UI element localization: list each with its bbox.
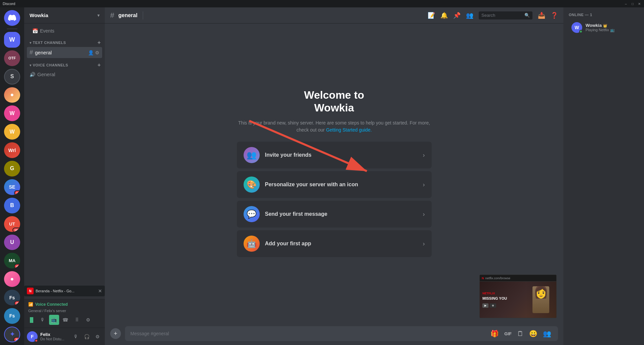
server-icon[interactable]: Wrl xyxy=(4,142,20,158)
getting-started-link[interactable]: Getting Started guide. xyxy=(326,127,372,133)
netflix-mini-header: N netflix.com/browse xyxy=(480,275,556,282)
action-item-app[interactable]: 🤖 Add your first app › xyxy=(237,230,432,257)
welcome-title-line2: Wowkia xyxy=(314,102,354,114)
voice-channels-section: ▾ VOICE CHANNELS + 🔊 General xyxy=(24,61,105,79)
welcome-card: Welcome to Wowkia This is your brand new… xyxy=(230,82,438,264)
server-icon[interactable]: ● xyxy=(4,271,20,287)
settings-icon[interactable]: ⚙ xyxy=(95,50,99,55)
netflix-logo-text: NETFLIX xyxy=(482,292,523,295)
member-info: Wowkia 👑 Playing Netflix 📺 xyxy=(586,23,636,32)
avatar-initial: F xyxy=(31,334,34,339)
discord-home-button[interactable] xyxy=(4,10,20,26)
minimize-button[interactable]: – xyxy=(624,2,628,6)
gift-icon[interactable]: 🎁 xyxy=(490,330,499,338)
channel-item-voice-general[interactable]: 🔊 General xyxy=(27,69,102,79)
screen-share-button[interactable]: 📺 xyxy=(49,315,59,325)
activity-icon[interactable]: 👥 xyxy=(543,330,551,338)
search-input[interactable] xyxy=(481,13,522,18)
netflix-controls: ▶ ⊕ xyxy=(482,303,523,308)
pin-icon[interactable]: 📌 xyxy=(453,12,461,19)
headphone-button[interactable]: 🎧 xyxy=(82,332,91,341)
welcome-title: Welcome to Wowkia xyxy=(237,89,432,114)
play-button[interactable]: ▶ xyxy=(482,303,488,308)
help-icon[interactable]: ❓ xyxy=(551,12,558,19)
voice-channel-name: General xyxy=(37,71,99,77)
server-icon[interactable]: MA 47 xyxy=(4,253,20,268)
netflix-mini-url: netflix.com/browse xyxy=(485,277,511,280)
inbox-icon[interactable]: 📥 xyxy=(538,12,545,19)
server-icon[interactable]: UT 1K+ xyxy=(4,216,20,232)
message-input[interactable] xyxy=(130,331,490,336)
add-attachment-button[interactable]: + xyxy=(110,328,121,339)
mute-button[interactable]: 🎙 xyxy=(38,315,48,325)
server-icon[interactable]: U xyxy=(4,235,20,250)
server-icon[interactable]: S xyxy=(4,69,20,85)
threads-icon[interactable]: 📝 xyxy=(428,12,435,19)
settings-button[interactable]: ⚙ xyxy=(83,315,93,325)
server-sidebar: W OTF S ● W W Wrl G SE 11 xyxy=(0,7,24,345)
user-bar: F Felix Do Not Distu... 🎙 🎧 ⚙ xyxy=(24,328,105,345)
server-icon[interactable]: B xyxy=(4,198,20,213)
server-icon[interactable]: OTF xyxy=(4,50,20,66)
voice-channels-category[interactable]: ▾ VOICE CHANNELS + xyxy=(27,61,102,69)
action-item-personalize[interactable]: 🎨 Personalize your server with an icon › xyxy=(237,171,432,198)
invite-icon: 👥 xyxy=(244,147,260,163)
text-channels-category[interactable]: ▾ TEXT CHANNELS + xyxy=(27,38,102,47)
server-icon[interactable]: G xyxy=(4,161,20,177)
app-icon: 🤖 xyxy=(244,236,260,252)
search-bar[interactable]: 🔍 xyxy=(479,11,532,19)
events-item[interactable]: 📅 Events xyxy=(27,26,102,36)
sticker-icon[interactable]: 🗒 xyxy=(517,330,524,338)
user-settings-icon[interactable]: 👤 xyxy=(88,50,94,55)
user-settings-button[interactable]: ⚙ xyxy=(93,332,102,341)
channel-item-general[interactable]: # general 👤 ⚙ xyxy=(27,47,102,58)
maximize-button[interactable]: □ xyxy=(631,2,635,6)
show-person-thumbnail: 👩 xyxy=(532,286,549,313)
dots-icon[interactable]: ⠿ xyxy=(72,315,82,325)
events-label: Events xyxy=(40,28,54,34)
server-icon[interactable]: SE 11 xyxy=(4,179,20,195)
events-section: 📅 Events xyxy=(24,26,105,36)
server-name-label: Wowkia xyxy=(30,12,48,18)
server-icon[interactable]: W xyxy=(4,124,20,140)
server-icon[interactable]: Fs xyxy=(4,308,20,324)
user-info: Felix Do Not Distu... xyxy=(40,332,69,341)
member-name: Wowkia 👑 xyxy=(586,23,636,28)
member-item-wowkia[interactable]: W Wowkia 👑 Playing Netflix 📺 xyxy=(566,19,641,36)
action-item-invite[interactable]: 👥 Invite your friends › xyxy=(237,142,432,168)
server-icon[interactable]: W xyxy=(4,105,20,121)
server-badge: 47 xyxy=(14,264,20,268)
header-divider xyxy=(143,11,143,19)
chevron-right-icon: › xyxy=(423,152,425,159)
channel-sidebar: Wowkia ▾ 📅 Events ▾ TEXT CHANNELS + # xyxy=(24,7,105,345)
right-sidebar: ONLINE — 1 W Wowkia 👑 Playing Netflix 📺 … xyxy=(563,7,644,345)
server-name-header[interactable]: Wowkia ▾ xyxy=(24,7,105,23)
netflix-mini-left: NETFLIX MISSING YOU ▶ ⊕ xyxy=(480,282,526,318)
titlebar: Discord – □ ✕ xyxy=(0,0,644,7)
add-voice-channel-button[interactable]: + xyxy=(97,62,101,68)
add-channel-button[interactable]: + xyxy=(97,40,101,46)
microphone-button[interactable]: 🎙 xyxy=(71,332,81,341)
voice-connected-bar: 📶 Voice Connected General / Felix's serv… xyxy=(24,299,105,328)
members-icon[interactable]: 👥 xyxy=(466,12,473,19)
more-button[interactable]: ⊕ xyxy=(490,303,496,308)
server-icon[interactable]: ✦ 35 xyxy=(4,327,20,342)
gif-icon[interactable]: GIF xyxy=(504,331,512,336)
server-icon[interactable]: Fs 27 xyxy=(4,290,20,305)
action-item-message[interactable]: 💬 Send your first message › xyxy=(237,201,432,228)
close-button[interactable]: ✕ xyxy=(637,2,641,6)
server-icon[interactable]: W xyxy=(4,32,20,48)
voice-channel-info: General / Felix's server xyxy=(28,309,101,313)
server-icon[interactable]: ● xyxy=(4,87,20,103)
server-badge: 11 xyxy=(14,190,20,195)
emoji-icon[interactable]: 😀 xyxy=(529,330,538,338)
netflix-mini-window[interactable]: N netflix.com/browse NETFLIX MISSING YOU… xyxy=(479,275,557,318)
action-text-invite: Invite your friends xyxy=(265,152,418,158)
message-input-wrapper: 🎁 GIF 🗒 😀 👥 xyxy=(125,326,558,341)
user-display-name: Felix xyxy=(40,332,69,337)
notification-icon[interactable]: 🔔 xyxy=(440,12,448,19)
channel-name-general: general xyxy=(35,50,88,55)
disconnect-button[interactable]: ☎ xyxy=(60,315,71,325)
member-avatar: W xyxy=(571,22,582,33)
close-netflix-button[interactable]: ✕ xyxy=(98,288,102,294)
